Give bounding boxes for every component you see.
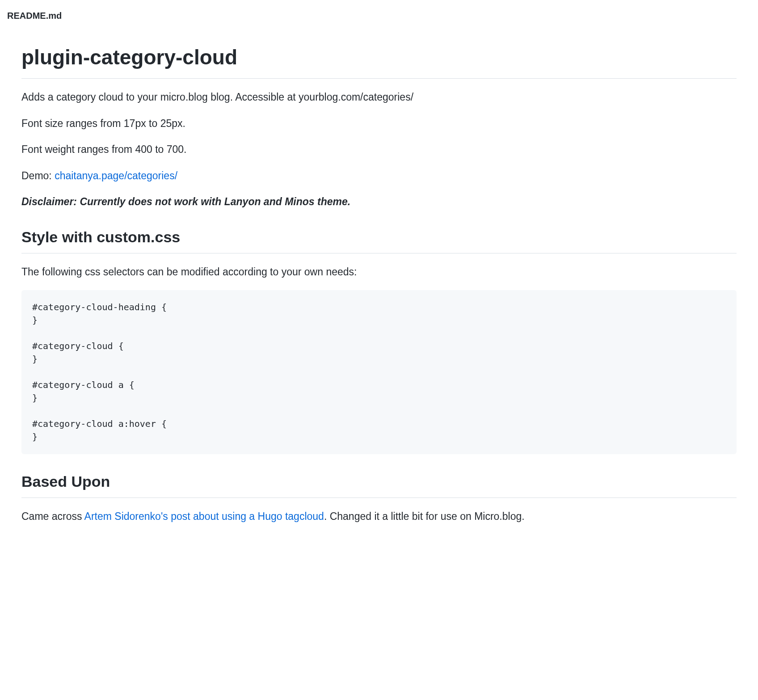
style-heading: Style with custom.css [21,226,737,253]
intro-paragraph-3: Font weight ranges from 400 to 700. [21,142,737,157]
css-code: #category-cloud-heading { } #category-cl… [32,302,167,442]
intro-paragraph-2: Font size ranges from 17px to 25px. [21,116,737,131]
based-upon-link[interactable]: Artem Sidorenko's post about using a Hug… [84,510,324,522]
page-title: plugin-category-cloud [21,42,737,79]
style-intro: The following css selectors can be modif… [21,264,737,280]
demo-link[interactable]: chaitanya.page/categories/ [55,170,177,181]
disclaimer-text: Disclaimer: Currently does not work with… [21,194,737,210]
based-upon-heading: Based Upon [21,470,737,498]
readme-content: plugin-category-cloud Adds a category cl… [0,42,758,524]
readme-container: README.md plugin-category-cloud Adds a c… [0,0,758,553]
demo-label: Demo: [21,170,55,181]
intro-paragraph-1: Adds a category cloud to your micro.blog… [21,89,737,105]
based-upon-text-after: . Changed it a little bit for use on Mic… [324,510,525,522]
code-block: #category-cloud-heading { } #category-cl… [21,290,737,454]
based-upon-paragraph: Came across Artem Sidorenko's post about… [21,509,737,524]
based-upon-text-before: Came across [21,510,84,522]
demo-paragraph: Demo: chaitanya.page/categories/ [21,168,737,184]
file-header: README.md [0,7,758,30]
